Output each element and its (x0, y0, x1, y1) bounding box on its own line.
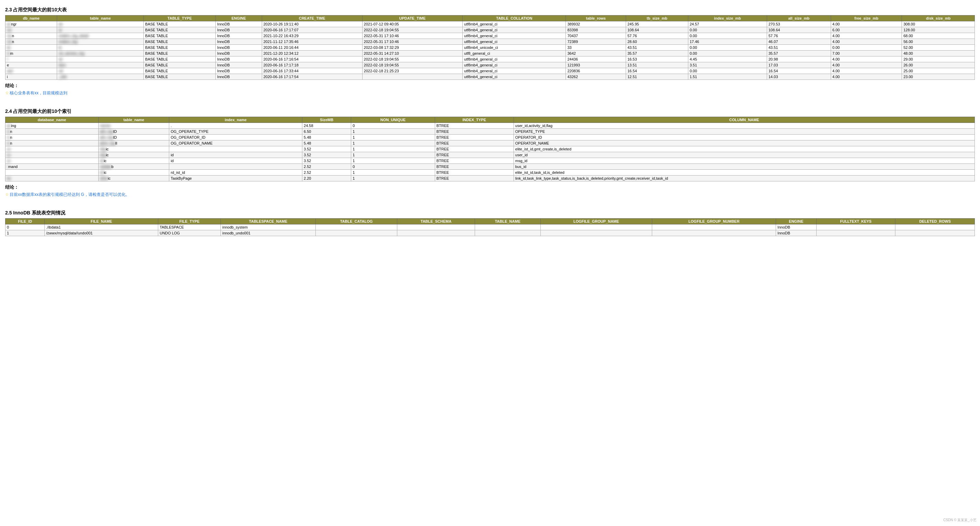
col-ENGINE: ENGINE (216, 16, 262, 21)
col-FILE_NAME: FILE_NAME (45, 218, 158, 225)
section1-table: db_name table_name TABLE_TYPE ENGINE CRE… (5, 15, 975, 80)
section2-title: 2.4 占用空间最大的前10个索引 (5, 108, 975, 115)
table-row: itcleBASE TABLEInnoDB2020-06-11 20:16:44… (5, 45, 975, 51)
table-row: zveligicid3.521BTREEuser_id (5, 152, 975, 158)
section3-table: FILE_ID FILE_NAME FILE_TYPE TABLESPACE_N… (5, 218, 975, 236)
table-row: rmandvadatab2.520BTREEbus_id (5, 164, 975, 170)
col-SizeMB: SizeMB (302, 117, 351, 123)
section3: 2.5 InnoDB 系统表空间情况 FILE_ID FILE_NAME FIL… (5, 210, 975, 236)
col-table_name2: table_name (99, 117, 169, 123)
table-row: mnplion_logIIOG_OPERATOR_NAME5.481BTREEO… (5, 140, 975, 146)
col-COLUMN_NAME: COLUMN_NAME (514, 117, 975, 123)
col-db_name: db_name (5, 16, 57, 21)
table-row: 0./ibdata1TABLESPACEinnodb_systemInnoDB (5, 225, 975, 230)
col-TABLE_CATALOG: TABLE_CATALOG (315, 218, 397, 225)
col-CREATE_TIME: CREATE_TIME (262, 16, 362, 21)
col-all_size_mb: all_size_mb (767, 16, 831, 21)
section2: 2.4 占用空间最大的前10个索引 database_name table_na… (5, 108, 975, 198)
table-row: mnplin_logIDOG_OPERATE_TYPE6.501BTREEOPE… (5, 129, 975, 135)
table-row: msneration_logBASE TABLEInnoDB2021-11-12… (5, 39, 975, 45)
col-LOGFILE_GROUP_NUMBER: LOGFILE_GROUP_NUMBER (652, 218, 776, 225)
section2-conclusion-text: ☆目前xx数据库xx表的索引规模已经达到 G，请检查是否可以优化。 (5, 192, 975, 198)
col-FILE_ID: FILE_ID (5, 218, 45, 225)
col-TABLESPACE_NAME: TABLESPACE_NAME (221, 218, 316, 225)
section1-title: 2.3 占用空间最大的前10大表 (5, 7, 975, 13)
table-row: mmort_service_logBASE TABLEInnoDB2021-12… (5, 51, 975, 56)
col-FILE_TYPE: FILE_TYPE (158, 218, 221, 225)
table-row: zwarBASE TABLEInnoDB2020-06-16 17:17:072… (5, 27, 975, 33)
table-row: eitemBASE TABLEInnoDB2020-06-16 17:17:18… (5, 62, 975, 68)
col-INDEX_TYPE: INDEX_TYPE (435, 117, 514, 123)
section3-title: 2.5 InnoDB 系统表空间情况 (5, 210, 975, 216)
col-FULLTEXT_KEYS: FULLTEXT_KEYS (816, 218, 896, 225)
col-TABLE_COLLATION: TABLE_COLLATION (463, 16, 566, 21)
col-index_name: index_name (169, 117, 302, 123)
table-row: pnngristBASE TABLEInnoDB2020-10-26 19:11… (5, 21, 975, 27)
col-LOGFILE_GROUP_NAME: LOGFILE_GROUP_NAME (540, 218, 652, 225)
col-NON_UNIQUE: NON_UNIQUE (351, 117, 435, 123)
col-UPDATE_TIME: UPDATE_TIME (362, 16, 463, 21)
table-row: as2ndBASE TABLEInnoDB2020-06-16 17:33:44… (5, 68, 975, 74)
col-database_name: database_name (5, 117, 99, 123)
table-row: fskBASE TABLEInnoDB2020-06-16 17:16:5420… (5, 56, 975, 62)
section1-conclusion-text: ☆核心业务表有xx，目前规模达到 (5, 90, 975, 96)
table-row: zveligic3.521BTREEelite_ist_id,gmt_creat… (5, 146, 975, 152)
table-row: i_infoBASE TABLEInnoDB2020-06-16 17:17:5… (5, 74, 975, 80)
section1: 2.3 占用空间最大的前10大表 db_name table_name TABL… (5, 7, 975, 96)
table-row: eliicrd_ist_id2.521BTREEelite_ist_id,tas… (5, 170, 975, 175)
col-disk_size_mb: disk_size_mb (902, 16, 975, 21)
col-DELETED_ROWS: DELETED_ROWS (896, 218, 975, 225)
col-TABLE_NAME3: TABLE_NAME (475, 218, 540, 225)
col-ENGINE3: ENGINE (776, 218, 816, 225)
section2-table: database_name table_name index_name Size… (5, 117, 975, 182)
col-TABLE_TYPE: TABLE_TYPE (144, 16, 216, 21)
col-tb_size_mb: tb_size_mb (626, 16, 688, 21)
table-row: 1/zwwx/mysql/data//undo001UNDO LOGinnodb… (5, 230, 975, 236)
table-row: keelinkicTaskByPage2.201BTREElink_id,tas… (5, 175, 975, 182)
section2-conclusion-label: 结论： (5, 184, 975, 190)
col-table_rows: table_rows (566, 16, 626, 21)
table-row: mnplin_logIDOG_OPERATOR_ID5.481BTREEOPER… (5, 135, 975, 140)
table-row: msneration_log_detailBASE TABLEInnoDB202… (5, 33, 975, 39)
table-row: zveliicid3.521BTREEmsg_id (5, 158, 975, 164)
section1-conclusion-label: 结论： (5, 83, 975, 89)
col-free_size_mb: free_size_mb (831, 16, 902, 21)
table-row: pningmeme.24.580BTREEuser_id,activity_id… (5, 123, 975, 129)
col-TABLE_SCHEMA: TABLE_SCHEMA (397, 218, 475, 225)
col-index_size_mb: index_size_mb (688, 16, 767, 21)
col-table_name: table_name (57, 16, 144, 21)
